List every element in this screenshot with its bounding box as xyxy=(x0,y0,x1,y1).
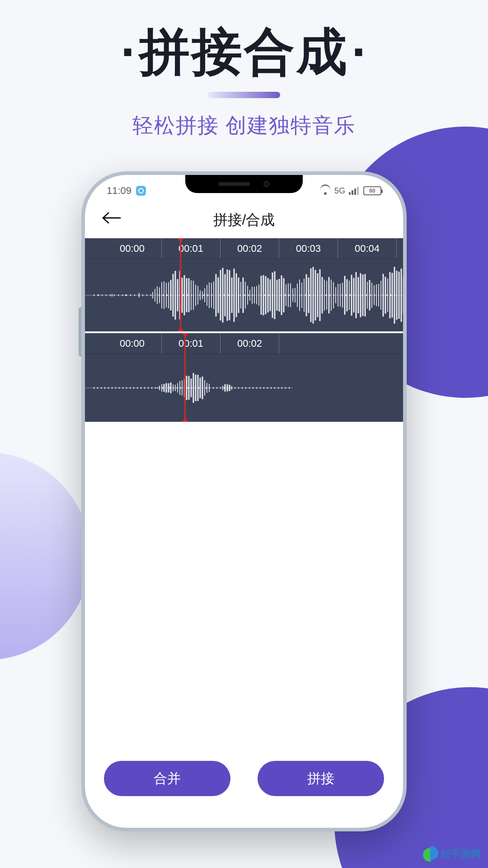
ruler-cell: 00:03 xyxy=(279,238,338,259)
action-bar: 合并 拼接 xyxy=(85,761,403,796)
svg-rect-1 xyxy=(352,190,353,195)
track-1-playhead[interactable] xyxy=(180,238,181,331)
audio-track-1[interactable]: 00:00 00:01 00:02 00:03 00:04 xyxy=(85,238,403,331)
hero-subtitle: 轻松拼接 创建独特音乐 xyxy=(0,112,488,140)
status-left: 11:09 xyxy=(99,185,146,197)
svg-rect-3 xyxy=(357,187,359,195)
svg-rect-0 xyxy=(349,192,351,195)
svg-rect-2 xyxy=(354,189,356,195)
network-label: 5G xyxy=(334,186,345,196)
waveform-icon xyxy=(85,259,403,331)
ruler-cell: 00:04 xyxy=(338,238,397,259)
hero: ·拼接合成· 轻松拼接 创建独特音乐 xyxy=(0,0,488,140)
track-1-waveform[interactable] xyxy=(85,259,403,331)
notch-speaker xyxy=(218,182,250,186)
bg-blob-left xyxy=(0,452,90,660)
audio-track-2[interactable]: 00:00 00:01 00:02 xyxy=(85,333,403,422)
tracks-container: 00:00 00:01 00:02 00:03 00:04 xyxy=(85,238,403,422)
waveform-icon xyxy=(85,354,403,422)
phone-screen: 11:09 5G 60 拼接/合成 xyxy=(85,175,403,828)
battery-icon: 60 xyxy=(363,186,381,195)
back-arrow-icon xyxy=(100,211,121,225)
merge-button[interactable]: 合并 xyxy=(104,761,230,796)
hero-dot-left: · xyxy=(118,24,139,80)
status-right: 5G 60 xyxy=(320,186,389,196)
concat-button-label: 拼接 xyxy=(307,769,334,788)
wifi-icon xyxy=(320,187,331,195)
track-2-waveform[interactable] xyxy=(85,354,403,422)
ruler-cell: 00:00 xyxy=(103,238,162,259)
footer-brand[interactable]: 好手游网 xyxy=(423,846,481,862)
back-button[interactable] xyxy=(100,211,121,229)
app-bar: 拼接/合成 xyxy=(85,202,403,238)
track-2-ruler: 00:00 00:01 00:02 xyxy=(85,333,403,354)
ruler-cell: 00:00 xyxy=(103,333,162,354)
status-app-icon xyxy=(136,186,146,196)
hero-dot-right: · xyxy=(349,24,370,80)
concat-button[interactable]: 拼接 xyxy=(258,761,384,796)
track-1-ruler: 00:00 00:01 00:02 00:03 00:04 xyxy=(85,238,403,259)
phone-mockup: 11:09 5G 60 拼接/合成 xyxy=(81,171,407,831)
battery-pct: 60 xyxy=(369,188,375,194)
ruler-cell: 00:01 xyxy=(162,238,221,259)
merge-button-label: 合并 xyxy=(154,769,181,788)
status-time: 11:09 xyxy=(107,185,131,197)
ruler-cell: 00:01 xyxy=(162,333,221,354)
notch-camera xyxy=(263,181,270,187)
ruler-cell: 00:02 xyxy=(221,333,279,354)
ruler-cell: 00:02 xyxy=(221,238,279,259)
app-title: 拼接/合成 xyxy=(213,210,275,230)
track-2-playhead[interactable] xyxy=(184,333,186,422)
brand-name: 好手游网 xyxy=(441,847,481,861)
brand-logo-icon xyxy=(423,846,438,862)
signal-icon xyxy=(349,187,360,195)
hero-title-text: 拼接合成 xyxy=(139,24,349,80)
hero-underline xyxy=(208,92,280,98)
phone-notch xyxy=(185,175,303,193)
hero-title: ·拼接合成· xyxy=(0,18,488,86)
phone-side-button xyxy=(79,307,81,357)
